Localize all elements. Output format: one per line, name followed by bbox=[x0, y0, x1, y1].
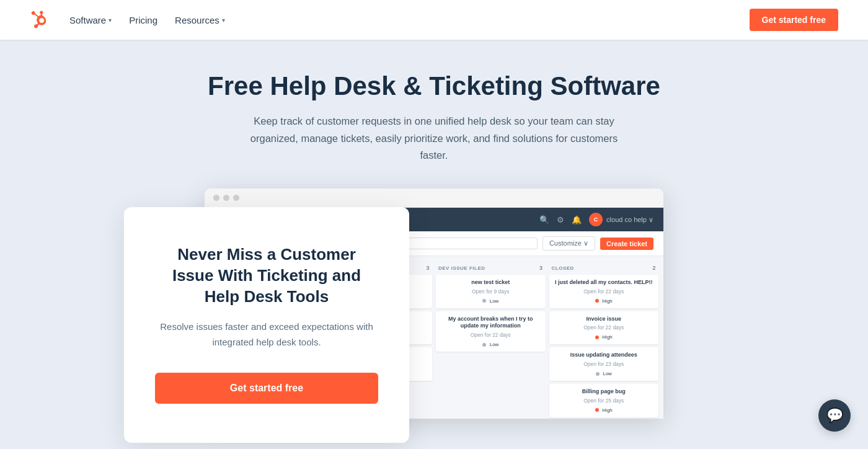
create-ticket-button[interactable]: Create ticket bbox=[600, 238, 653, 250]
card-meta: Open for 25 days bbox=[554, 398, 654, 404]
card-meta: Open for 22 days bbox=[554, 288, 654, 295]
card-priority: High bbox=[554, 297, 654, 304]
hero-subtitle: Keep track of customer requests in one u… bbox=[236, 113, 632, 164]
browser-dot-3 bbox=[233, 195, 239, 201]
kanban-card[interactable]: Issue updating attendees Open for 23 day… bbox=[549, 347, 659, 381]
browser-dot-1 bbox=[213, 195, 219, 201]
nav-resources[interactable]: Resources ▾ bbox=[175, 15, 225, 25]
card-priority: Low bbox=[441, 297, 541, 304]
kanban-col-header-2: DEV ISSUE FILED3 bbox=[436, 262, 546, 275]
col-count: 3 bbox=[426, 265, 430, 271]
priority-dot bbox=[482, 343, 486, 347]
priority-label: Low bbox=[603, 371, 612, 376]
kanban-card[interactable]: Invoice issue Open for 22 days High bbox=[549, 311, 659, 345]
priority-label: Low bbox=[490, 298, 499, 304]
nav-links: Software ▾ Pricing Resources ▾ bbox=[69, 15, 225, 25]
priority-label: High bbox=[602, 407, 612, 413]
priority-dot bbox=[595, 408, 599, 412]
priority-dot bbox=[595, 336, 599, 339]
nav-cta-button[interactable]: Get started free bbox=[750, 9, 838, 31]
nav-left: Software ▾ Pricing Resources ▾ bbox=[30, 10, 225, 30]
browser-chrome bbox=[205, 189, 663, 208]
notifications-icon[interactable]: 🔔 bbox=[572, 215, 582, 225]
resources-chevron-icon: ▾ bbox=[222, 17, 225, 24]
priority-label: High bbox=[602, 298, 612, 304]
card-title: My account breaks when I try to update m… bbox=[441, 316, 541, 330]
card-title: Issue updating attendees bbox=[554, 352, 654, 359]
col-title: CLOSED bbox=[552, 265, 574, 271]
col-count: 2 bbox=[652, 265, 656, 271]
hubspot-logo[interactable] bbox=[30, 10, 50, 30]
user-label: cloud co help ∨ bbox=[606, 216, 653, 224]
card-meta: Open for 9 days bbox=[441, 288, 541, 295]
card-priority: Low bbox=[554, 370, 654, 376]
settings-icon[interactable]: ⚙ bbox=[557, 215, 564, 225]
nav-software[interactable]: Software ▾ bbox=[69, 15, 112, 25]
kanban-column-3: CLOSED2 I just deleted all my contacts. … bbox=[549, 262, 659, 419]
card-meta: Open for 22 days bbox=[554, 324, 654, 331]
priority-label: High bbox=[602, 334, 612, 340]
kanban-card[interactable]: Billing page bug Open for 25 days High bbox=[549, 384, 659, 417]
priority-dot bbox=[596, 372, 600, 376]
search-icon[interactable]: 🔍 bbox=[539, 215, 549, 225]
customize-button[interactable]: Customize ∨ bbox=[542, 236, 595, 251]
col-count: 3 bbox=[539, 265, 543, 271]
kanban-column-2: DEV ISSUE FILED3 new test ticket Open fo… bbox=[436, 262, 546, 419]
card-meta: Open for 23 days bbox=[554, 361, 654, 367]
user-badge[interactable]: C cloud co help ∨ bbox=[589, 213, 653, 226]
nav-pricing[interactable]: Pricing bbox=[129, 15, 157, 25]
left-card-title: Never Miss a Customer Issue With Ticketi… bbox=[155, 244, 378, 307]
chat-bubble[interactable]: 💬 bbox=[818, 399, 851, 432]
priority-dot bbox=[482, 299, 486, 303]
card-priority: High bbox=[554, 406, 654, 413]
kanban-card[interactable]: I just deleted all my contacts. HELP!! O… bbox=[549, 275, 659, 308]
hero-title: Free Help Desk & Ticketing Software bbox=[12, 71, 856, 102]
card-meta: Open for 22 days bbox=[441, 332, 541, 338]
card-title: Billing page bug bbox=[554, 388, 654, 396]
card-priority: Low bbox=[441, 340, 541, 347]
col-title: DEV ISSUE FILED bbox=[438, 265, 485, 271]
app-toolbar-icons: 🔍 ⚙ 🔔 C cloud co help ∨ bbox=[539, 213, 653, 226]
avatar: C bbox=[589, 213, 603, 226]
left-card-description: Resolve issues faster and exceed expecta… bbox=[155, 319, 378, 350]
chat-icon: 💬 bbox=[826, 407, 843, 424]
preview-container: Automation ∨ Dashboards 🔍 ⚙ 🔔 C cloud co… bbox=[93, 189, 775, 449]
navbar: Software ▾ Pricing Resources ▾ Get start… bbox=[0, 0, 868, 40]
hero-section: Free Help Desk & Ticketing Software Keep… bbox=[0, 40, 868, 449]
card-title: new test ticket bbox=[441, 279, 541, 287]
kanban-card[interactable]: new test ticket Open for 9 days Low bbox=[436, 275, 546, 308]
software-chevron-icon: ▾ bbox=[108, 17, 112, 24]
left-card-cta-button[interactable]: Get started free bbox=[155, 373, 378, 404]
card-priority: High bbox=[554, 333, 654, 340]
left-card: Never Miss a Customer Issue With Ticketi… bbox=[124, 207, 409, 443]
kanban-col-header-3: CLOSED2 bbox=[549, 262, 659, 275]
browser-dot-2 bbox=[223, 195, 229, 201]
card-title: Invoice issue bbox=[554, 316, 654, 323]
kanban-card[interactable]: My account breaks when I try to update m… bbox=[436, 311, 546, 352]
priority-label: Low bbox=[490, 342, 499, 347]
card-title: I just deleted all my contacts. HELP!! bbox=[554, 279, 654, 287]
priority-dot bbox=[595, 299, 599, 303]
